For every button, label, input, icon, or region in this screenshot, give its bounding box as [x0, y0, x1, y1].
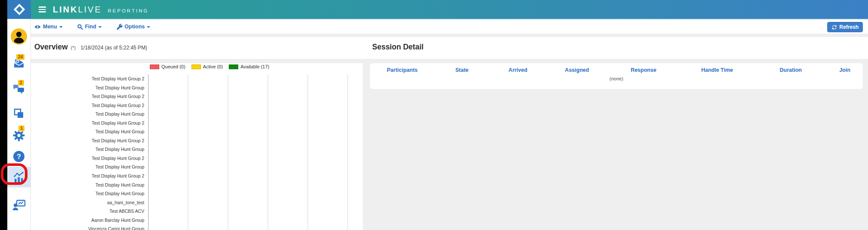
brand-live: LIVE	[78, 5, 102, 15]
sidebar: 24 2	[7, 19, 31, 230]
chevron-down-icon	[98, 26, 102, 28]
column-header[interactable]: Handle Time	[680, 67, 755, 73]
windows-icon	[13, 107, 25, 120]
find-dropdown[interactable]: Find	[77, 24, 102, 30]
column-header[interactable]: Duration	[755, 67, 827, 73]
hunt-group-label: Test Display Hunt Group	[31, 110, 148, 119]
column-header[interactable]: State	[434, 67, 489, 73]
hunt-group-label: Test Display Hunt Group	[31, 189, 148, 198]
hunt-group-label: Vincenza Carini Hunt Group	[31, 224, 148, 230]
chart-category-labels: Test Display Hunt Group 2 Test Display H…	[31, 74, 148, 230]
svg-text:?: ?	[17, 153, 21, 160]
left-black-strip	[0, 0, 7, 230]
menu-dropdown[interactable]: Menu	[34, 24, 63, 30]
search-icon	[77, 24, 83, 30]
screen-share-person-icon	[12, 199, 26, 211]
inbox-badge: 24	[16, 54, 25, 60]
hunt-group-label: Test Display Hunt Group	[31, 127, 148, 136]
legend-label: Queued (0)	[161, 64, 185, 69]
session-detail-card: Participants State Arrived Assigned Resp…	[370, 63, 863, 89]
sidebar-item-settings[interactable]: 1	[7, 129, 30, 144]
hunt-group-label: Test Display Hunt Group 2	[31, 154, 148, 163]
refresh-button[interactable]: Refresh	[827, 22, 863, 32]
chart-plot-area	[148, 74, 363, 230]
title-strip: Overview (*) 1/18/2024 (as of 5:22:45 PM…	[31, 37, 868, 59]
overview-flag: (*)	[71, 45, 76, 50]
separator-band	[31, 34, 868, 37]
empty-table-message: (none)	[370, 76, 863, 81]
chevron-down-icon	[147, 26, 150, 28]
hunt-group-label: Test Display Hunt Group 2	[31, 101, 148, 110]
sidebar-item-windows[interactable]	[7, 107, 30, 120]
hunt-group-label: Test Display Hunt Group 2	[31, 92, 148, 101]
sidebar-item-reports[interactable]	[7, 171, 30, 183]
wrench-icon	[116, 24, 122, 30]
legend-label: Active (0)	[203, 64, 223, 69]
diamond-logo-icon	[13, 3, 25, 15]
help-icon: ?	[13, 150, 25, 163]
refresh-label: Refresh	[839, 24, 859, 30]
overview-timestamp: 1/18/2024 (as of 5:22:45 PM)	[80, 45, 147, 51]
hunt-group-label: Test Display Hunt Group 2	[31, 119, 148, 128]
hunt-group-label: aa_hani_tone_test	[31, 198, 148, 207]
refresh-icon	[832, 25, 837, 30]
linklive-reporting-app: LINK LIVE REPORTING Menu Find	[0, 0, 868, 230]
legend-label: Available (17)	[240, 64, 269, 69]
legend-swatch	[150, 64, 159, 69]
sidebar-item-profile[interactable]	[7, 28, 30, 45]
overview-title: Overview	[34, 43, 68, 52]
legend-swatch	[191, 64, 201, 69]
chevron-down-icon	[59, 26, 63, 28]
hunt-group-label: Test Display Hunt Group	[31, 181, 148, 190]
sidebar-item-chat[interactable]: 2	[7, 83, 30, 96]
column-header[interactable]: Assigned	[546, 67, 607, 73]
brand-link: LINK	[53, 5, 78, 15]
overview-heading: Overview (*) 1/18/2024 (as of 5:22:45 PM…	[34, 43, 147, 52]
hunt-group-label: Test Display Hunt Group	[31, 145, 148, 154]
legend-item: Active (0)	[191, 64, 223, 69]
hunt-group-chart: Test Display Hunt Group 2 Test Display H…	[31, 74, 363, 230]
column-header[interactable]: Participants	[370, 67, 434, 73]
column-header[interactable]: Join	[827, 67, 863, 73]
legend-swatch	[229, 64, 238, 69]
reports-chart-icon	[12, 171, 25, 183]
chat-badge: 2	[18, 80, 24, 86]
user-avatar-icon	[11, 28, 27, 45]
options-label: Options	[124, 24, 145, 30]
hunt-group-label: Test Display Hunt Group	[31, 83, 148, 92]
hunt-group-label: Test ABCBS ACV	[31, 207, 148, 216]
legend-item: Queued (0)	[150, 64, 185, 69]
session-table-header: Participants State Arrived Assigned Resp…	[370, 63, 863, 73]
menu-label: Menu	[43, 24, 57, 30]
toolbar: Menu Find Options Refresh	[31, 19, 868, 34]
legend-item: Available (17)	[229, 64, 269, 69]
app-logo[interactable]	[7, 0, 31, 19]
brand-reporting: REPORTING	[108, 8, 149, 13]
sidebar-item-presentation[interactable]	[7, 199, 30, 211]
eye-icon	[34, 25, 41, 29]
hunt-group-label: Aaron Barclay Hunt Group	[31, 216, 148, 225]
hunt-group-label: Test Display Hunt Group 2	[31, 74, 148, 83]
settings-badge: 1	[18, 125, 25, 132]
hamburger-menu-icon[interactable]	[39, 6, 46, 12]
top-header-bar: LINK LIVE REPORTING	[31, 0, 868, 19]
overview-chart-card: Queued (0) Active (0) Available (17) Tes…	[31, 63, 363, 230]
hunt-group-label: Test Display Hunt Group 2	[31, 136, 148, 145]
session-detail-title: Session Detail	[372, 43, 424, 52]
sidebar-item-help[interactable]: ?	[7, 150, 30, 163]
brand-logo: LINK LIVE REPORTING	[53, 5, 149, 15]
chart-legend: Queued (0) Active (0) Available (17)	[150, 64, 363, 69]
options-dropdown[interactable]: Options	[116, 24, 150, 30]
sidebar-item-inbox[interactable]: 24	[7, 58, 30, 71]
find-label: Find	[85, 24, 96, 30]
column-header[interactable]: Arrived	[489, 67, 546, 73]
hunt-group-label: Test Display Hunt Group	[31, 163, 148, 172]
column-header[interactable]: Response	[607, 67, 680, 73]
hunt-group-label: Test Display Hunt Group 2	[31, 172, 148, 181]
